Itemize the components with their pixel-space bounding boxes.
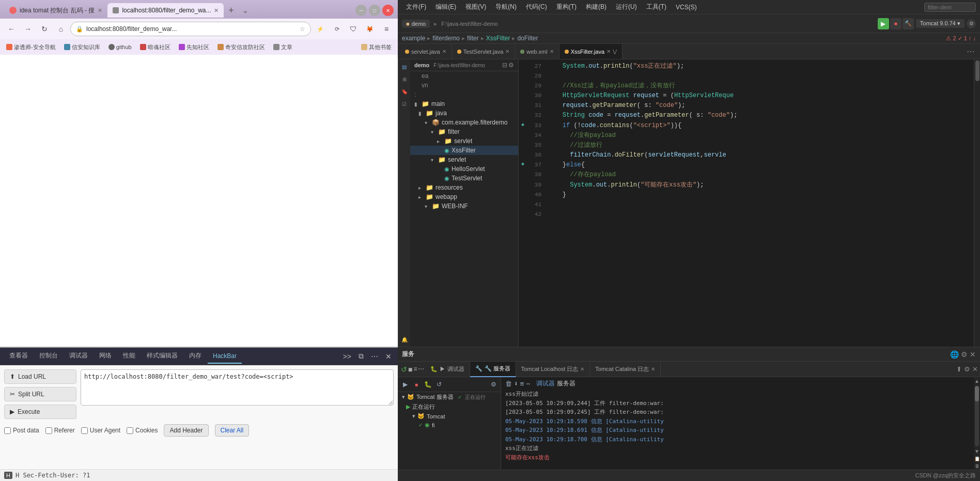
svc-stop-icon[interactable]: ■: [411, 379, 422, 390]
back-button[interactable]: ←: [4, 22, 19, 36]
console-tab-debug[interactable]: 调试器: [536, 379, 555, 388]
bookmark-7[interactable]: 文章: [271, 42, 294, 52]
devtools-dock-icon[interactable]: ⧉: [356, 351, 366, 362]
tree-item-java[interactable]: ▮ 📁 java: [410, 108, 518, 118]
refresh-button[interactable]: ↻: [37, 22, 52, 36]
tree-item-main[interactable]: ▮ 📁 main: [410, 99, 518, 108]
svc-run-icon[interactable]: ▶: [400, 379, 410, 390]
breadcrumb-xssfilter[interactable]: XssFilter: [486, 35, 510, 42]
console-clear-btn-icon[interactable]: 🗑: [974, 462, 981, 470]
scroll-down-icon[interactable]: ▼: [974, 448, 979, 454]
console-area[interactable]: 🗑 ⬇ ≡ ⋯ 调试器 服务器 xss开始过滤 [2023-05-05 10:2…: [501, 377, 974, 470]
console-more[interactable]: ⋯: [526, 380, 530, 387]
project-breadcrumb[interactable]: ■ demo: [402, 20, 430, 28]
build-button[interactable]: 🔨: [903, 18, 914, 29]
editor-scrollbar[interactable]: [974, 59, 980, 347]
breadcrumb-dofilter[interactable]: doFilter: [517, 35, 538, 42]
new-tab-button[interactable]: +: [224, 3, 238, 18]
menu-code[interactable]: 代码(C): [522, 1, 551, 13]
menu-view[interactable]: 视图(V): [461, 1, 490, 13]
xssfilter-tab-menu[interactable]: ⋁: [613, 49, 617, 54]
ide-settings-icon[interactable]: ⚙: [967, 19, 976, 28]
extensions-button[interactable]: ⚡: [313, 22, 328, 36]
bottom-filter-icon[interactable]: ≡: [413, 365, 417, 374]
bottom-tab-tomcat-localhost[interactable]: Tomcat Localhost 日志 ✕: [516, 362, 590, 377]
bookmark-4[interactable]: 暗魂社区: [138, 42, 173, 52]
url-bar[interactable]: 🔒 localhost:8080/filter_demo_war... ☆: [70, 22, 311, 36]
editor-tab-xssfilter[interactable]: XssFilter.java ✕ ⋁: [559, 44, 623, 59]
tree-item-xssfilter-file[interactable]: ◉ XssFilter: [410, 146, 518, 155]
tab-menu-button[interactable]: ⌄: [238, 3, 253, 18]
editor-tab-webxml[interactable]: web.xml ✕: [515, 44, 559, 59]
console-copy-icon[interactable]: 📋: [973, 455, 981, 462]
structure-icon[interactable]: ⊞: [399, 74, 410, 84]
services-close-icon[interactable]: ✕: [970, 350, 976, 359]
breadcrumb-filter[interactable]: filter: [467, 35, 479, 42]
console-tab-server[interactable]: 服务器: [557, 379, 575, 388]
execute-button[interactable]: ▶ Execute: [4, 405, 76, 419]
menu-file[interactable]: 文件(F): [402, 1, 430, 13]
bottom-stop-icon[interactable]: ■: [408, 365, 412, 374]
devtools-tab-style-editor[interactable]: 样式编辑器: [142, 348, 183, 364]
menu-run[interactable]: 运行(U): [612, 1, 641, 13]
bookmark-more[interactable]: 其他书签: [359, 42, 394, 52]
devtools-tab-hackbar[interactable]: HackBar: [208, 349, 242, 364]
add-header-button[interactable]: Add Header: [164, 424, 208, 437]
bookmark-1[interactable]: 渗透师-安全导航: [4, 42, 58, 52]
svc-tomcat-server[interactable]: ▾ 🐱 Tomcat 服务器 ✓ 正在运行: [398, 392, 501, 402]
services-settings-icon[interactable]: ⚙: [961, 350, 968, 359]
bottom-settings-icon[interactable]: ⚙: [964, 365, 970, 373]
referer-check[interactable]: [45, 427, 52, 434]
referer-checkbox[interactable]: Referer: [45, 427, 75, 434]
tree-item-servlet-sub[interactable]: ▸ 📁 servlet: [410, 136, 518, 146]
tab-1[interactable]: idea tomat 控制台 乱码 - 搜 ✕: [4, 3, 107, 18]
xssfilter-tab-close[interactable]: ✕: [606, 49, 611, 54]
tree-settings-icon[interactable]: ⚙: [508, 61, 514, 69]
devtools-tab-performance[interactable]: 性能: [118, 348, 141, 364]
svc-tomcat-instance[interactable]: ▾ 🐱 Tomcat: [398, 412, 501, 421]
cookies-checkbox[interactable]: Cookies: [127, 427, 158, 434]
post-data-checkbox[interactable]: Post data: [4, 427, 39, 434]
cookies-check[interactable]: [127, 427, 133, 434]
bookmark-6[interactable]: 奇安信攻防社区: [215, 42, 267, 52]
devtools-close-icon[interactable]: ✕: [383, 351, 394, 362]
clear-all-button[interactable]: Clear All: [215, 424, 250, 437]
tree-collapse-icon[interactable]: ⊟: [502, 61, 507, 69]
tab-2[interactable]: localhost:8080/filter_demo_wa... ✕: [107, 3, 224, 18]
tree-item-resources[interactable]: ▸ 📁 resources: [410, 183, 518, 192]
svc-filter-item[interactable]: ✓ ◉ fi: [398, 421, 501, 429]
menu-tools[interactable]: 工具(T): [642, 1, 671, 13]
editor-tab-testservlet[interactable]: TestServlet.java ✕: [452, 44, 516, 59]
console-scroll-thumb[interactable]: [975, 386, 979, 401]
tomcat-localhost-close[interactable]: ✕: [580, 366, 584, 372]
bottom-tab-server[interactable]: 🔧 🔧 服务器: [470, 362, 516, 377]
breadcrumb-filterdemo[interactable]: filterdemo: [432, 35, 460, 42]
hackbar-url-input[interactable]: http://localhost:8080/filter_demo_war/te…: [81, 369, 394, 406]
webxml-tab-close[interactable]: ✕: [550, 49, 554, 54]
tab-1-close[interactable]: ✕: [98, 7, 102, 14]
bottom-more-icon[interactable]: ⋯: [418, 365, 424, 374]
bottom-hide-icon[interactable]: ✕: [972, 365, 978, 373]
run-button[interactable]: ▶: [878, 18, 889, 29]
tomcat-catalina-close[interactable]: ✕: [651, 366, 655, 372]
bookmark-3[interactable]: github: [106, 43, 134, 51]
stop-button[interactable]: ■: [890, 18, 901, 29]
notifications-icon[interactable]: 🔔: [399, 334, 410, 345]
tree-item-ea[interactable]: ea: [410, 71, 518, 81]
servlet-tab-close[interactable]: ✕: [442, 49, 446, 54]
editor-tab-servlet[interactable]: servlet.java ✕: [400, 44, 452, 59]
code-editor[interactable]: 27 System.out.println("xss正在过滤"); 28 29 …: [519, 59, 974, 347]
maximize-button[interactable]: □: [369, 5, 380, 16]
ide-search-input[interactable]: [924, 3, 976, 12]
container-button[interactable]: 🦊: [363, 22, 377, 36]
bookmark-2[interactable]: 信安知识库: [62, 42, 102, 52]
console-scrollbar[interactable]: ▲ ▼ 📋 🗑: [974, 377, 980, 470]
devtools-tab-network[interactable]: 网络: [94, 348, 117, 364]
breadcrumb-example[interactable]: example: [402, 35, 425, 42]
bottom-run-icon[interactable]: ↺: [401, 365, 407, 374]
tree-item-filter-folder[interactable]: ▾ 📁 filter: [410, 127, 518, 136]
user-agent-check[interactable]: [81, 427, 88, 434]
menu-refactor[interactable]: 重构(T): [552, 1, 581, 13]
console-filter-toggle[interactable]: ≡: [520, 380, 524, 387]
tree-item-servlet-folder[interactable]: ▾ 📁 servlet: [410, 155, 518, 164]
